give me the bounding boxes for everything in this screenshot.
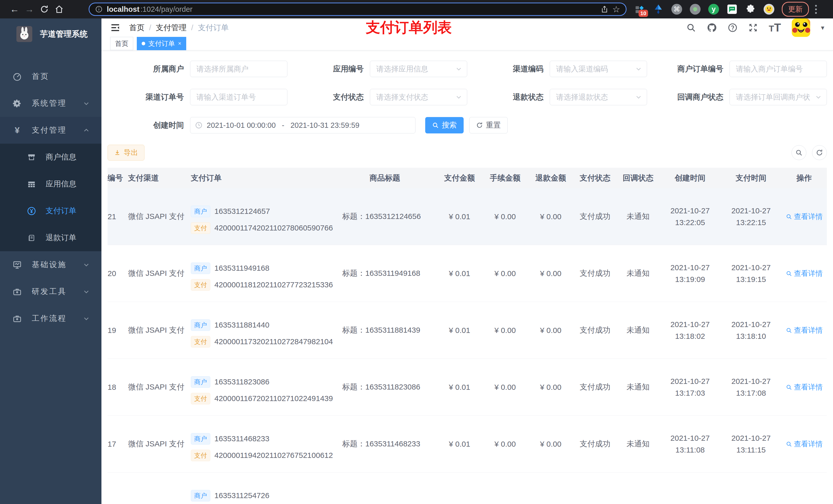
search-icon <box>786 441 792 447</box>
date-range-picker[interactable]: 2021-10-01 00:00:00 - 2021-10-31 23:59:5… <box>190 117 415 134</box>
fee-amount: ¥ 0.00 <box>482 212 528 221</box>
fee-amount: ¥ 0.00 <box>482 269 528 278</box>
sidebar-item-payment[interactable]: ¥ 支付管理 <box>0 117 101 144</box>
filter-label: 回调商户状态 <box>647 92 730 102</box>
extension-puzzle-icon[interactable] <box>745 4 756 15</box>
search-icon[interactable] <box>686 23 696 32</box>
bookmark-star-icon[interactable]: ☆ <box>613 4 620 14</box>
chevron-down-icon <box>815 94 822 100</box>
home-icon[interactable] <box>52 2 67 17</box>
product-title: 标题：1635311949168 <box>333 268 437 279</box>
tag-home[interactable]: 首页 <box>110 37 133 50</box>
extension-chat-icon[interactable] <box>727 4 738 15</box>
create-date: 2021-10-27 <box>660 318 720 330</box>
extension-cmd-icon[interactable]: ⌘ <box>671 4 682 15</box>
filter-label: 退款状态 <box>467 92 550 102</box>
extension-badge: 10 <box>639 10 648 17</box>
sidebar-logo[interactable]: 芋道管理系统 <box>0 19 101 50</box>
merchant-order-line: 商户 1635311468233 <box>191 433 269 445</box>
pay-status: 支付成功 <box>573 211 617 222</box>
view-detail-label: 查看详情 <box>794 269 823 279</box>
tag-close-icon[interactable]: × <box>178 40 181 47</box>
pay-order-no: 4200001194202110276752100612 <box>214 451 333 460</box>
reset-button[interactable]: 重置 <box>469 117 508 134</box>
sidebar-item-infra[interactable]: 基础设施 <box>0 251 101 278</box>
pay-tag: 支付 <box>191 222 210 234</box>
search-icon <box>432 122 439 128</box>
github-icon[interactable] <box>707 23 717 33</box>
pay-time: 13:22:15 <box>720 217 782 229</box>
url-path: :1024/pay/order <box>140 5 192 14</box>
breadcrumb-home[interactable]: 首页 <box>129 23 144 33</box>
table-row: 20 微信 JSAPI 支付 商户 1635311949168 支付 42000… <box>108 245 827 302</box>
extension-y-icon[interactable]: y <box>708 4 719 15</box>
browser-update-button[interactable]: 更新 <box>782 2 809 17</box>
sidebar-item-home[interactable]: 首页 <box>0 63 101 90</box>
back-icon[interactable]: ← <box>7 2 22 17</box>
pay-order-no: 4200001174202110278060590766 <box>214 223 333 232</box>
column-header: 支付状态 <box>573 173 617 183</box>
chevron-down-icon <box>83 262 90 268</box>
notify-status-select[interactable] <box>730 89 827 105</box>
extension-kite-icon[interactable] <box>653 4 664 15</box>
pay-order-no: 4200001173202110272847982104 <box>214 337 333 346</box>
refund-status-select[interactable] <box>550 89 647 105</box>
merchant-tag: 商户 <box>191 376 210 388</box>
pay-order-no: 4200001181202110277723215336 <box>214 281 333 289</box>
site-info-icon[interactable] <box>95 5 103 13</box>
extension-tabs-icon[interactable]: 10 <box>634 4 645 15</box>
refresh-table-button[interactable] <box>812 145 827 160</box>
merchant-order-line: 商户 1635311949168 <box>191 263 269 274</box>
breadcrumb-current: 支付订单 <box>198 23 229 33</box>
merchant-order-no-input[interactable] <box>730 61 827 77</box>
tag-pay-order[interactable]: 支付订单 × <box>137 37 186 50</box>
sidebar-item-pay-order[interactable]: 支付订单 <box>0 197 101 224</box>
view-detail-link[interactable]: 查看详情 <box>786 212 823 221</box>
view-detail-link[interactable]: 查看详情 <box>786 439 823 449</box>
channel-order-no-input[interactable] <box>190 89 287 105</box>
pay-status: 支付成功 <box>573 382 617 392</box>
date-start: 2021-10-01 00:00:00 <box>207 121 276 129</box>
browser-menu-icon[interactable] <box>815 5 817 14</box>
help-icon[interactable] <box>728 23 737 32</box>
avatar[interactable] <box>792 19 810 37</box>
filter-channel-order-no: 渠道订单号 <box>108 89 287 105</box>
share-icon[interactable] <box>601 5 609 13</box>
search-icon <box>786 270 792 277</box>
create-time: 13:11:08 <box>660 444 720 456</box>
address-bar[interactable]: localhost :1024/pay/order ☆ <box>89 3 626 16</box>
create-date: 2021-10-27 <box>660 376 720 387</box>
view-detail-link[interactable]: 查看详情 <box>786 269 823 279</box>
filter-channel-code: 渠道编码 <box>467 61 647 77</box>
sidebar-item-label: 商户信息 <box>46 152 76 162</box>
export-button[interactable]: 导出 <box>108 145 144 161</box>
font-size-icon[interactable]: TT <box>769 21 781 34</box>
forward-icon[interactable]: → <box>22 2 37 17</box>
sidebar-fold-icon[interactable] <box>110 23 120 33</box>
pay-status-select[interactable] <box>370 89 467 105</box>
merchant-select-input[interactable] <box>190 61 287 77</box>
sidebar-item-merchant-info[interactable]: 商户信息 <box>0 144 101 171</box>
app-select-input[interactable] <box>370 61 467 77</box>
sidebar-item-refund-order[interactable]: 退款订单 <box>0 224 101 251</box>
create-date: 2021-10-27 <box>660 432 720 444</box>
extension-emoji-icon[interactable] <box>763 4 775 15</box>
reload-icon[interactable] <box>37 2 52 17</box>
table-row: 商户 1635311254726 支付 <box>108 473 827 504</box>
sidebar-item-label: 支付订单 <box>46 206 76 216</box>
breadcrumb-payment[interactable]: 支付管理 <box>156 23 187 33</box>
sidebar-item-app-info[interactable]: 应用信息 <box>0 171 101 197</box>
sidebar-item-dev-tools[interactable]: 研发工具 <box>0 278 101 305</box>
extension-dot-icon[interactable] <box>690 4 701 15</box>
channel-code-input[interactable] <box>550 61 647 77</box>
toggle-search-button[interactable] <box>791 145 806 160</box>
gear-icon <box>12 99 23 108</box>
view-detail-link[interactable]: 查看详情 <box>786 382 823 392</box>
search-button[interactable]: 搜索 <box>425 117 463 134</box>
sidebar-item-system[interactable]: 系统管理 <box>0 90 101 117</box>
sidebar-item-workflow[interactable]: 工作流程 <box>0 305 101 332</box>
view-detail-link[interactable]: 查看详情 <box>786 326 823 335</box>
fullscreen-icon[interactable] <box>748 23 758 32</box>
avatar-caret-icon[interactable]: ▾ <box>821 24 824 32</box>
filter-pay-status: 支付状态 <box>287 89 467 105</box>
